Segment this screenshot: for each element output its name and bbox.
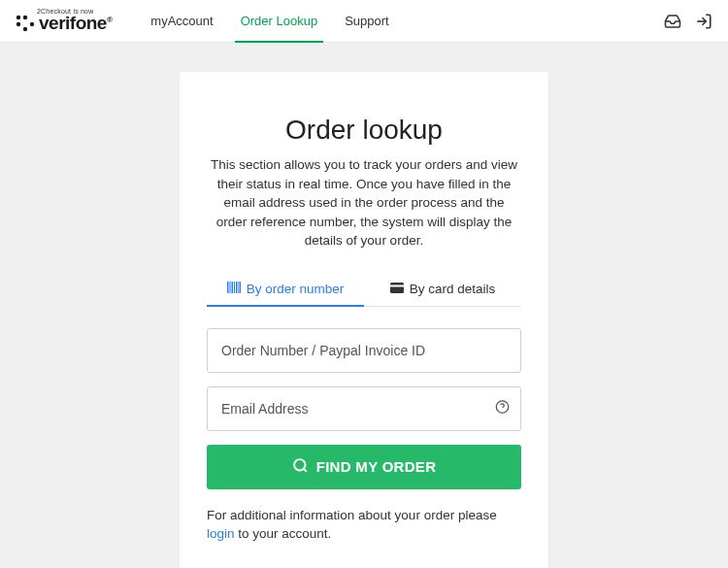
svg-rect-11 <box>238 282 239 293</box>
logo[interactable]: 2Checkout is now verifone® <box>16 8 112 34</box>
order-lookup-card: Order lookup This section allows you to … <box>180 72 548 568</box>
header: 2Checkout is now verifone® myAccount Ord… <box>0 0 728 43</box>
verifone-dots-icon <box>16 15 35 32</box>
button-label: FIND MY ORDER <box>316 458 437 475</box>
login-icon[interactable] <box>695 13 712 30</box>
tab-label: By card details <box>410 282 496 296</box>
inbox-icon[interactable] <box>664 13 681 30</box>
find-order-button[interactable]: FIND MY ORDER <box>207 445 521 489</box>
barcode-icon <box>227 282 241 296</box>
login-link[interactable]: login <box>207 526 235 541</box>
tab-by-card-details[interactable]: By card details <box>364 272 521 306</box>
svg-rect-13 <box>390 283 404 293</box>
logo-text: verifone® <box>39 13 112 34</box>
svg-point-3 <box>30 22 34 26</box>
search-icon <box>292 457 309 477</box>
svg-rect-10 <box>236 282 238 293</box>
nav-support[interactable]: Support <box>331 0 403 42</box>
svg-point-0 <box>17 16 20 19</box>
svg-point-2 <box>17 22 20 26</box>
email-field-wrap <box>207 386 521 431</box>
nav-order-lookup[interactable]: Order Lookup <box>227 0 332 42</box>
page-subtitle: This section allows you to track your or… <box>207 155 521 251</box>
svg-rect-12 <box>240 282 241 293</box>
tab-by-order-number[interactable]: By order number <box>207 272 364 306</box>
header-icons <box>664 13 712 30</box>
tab-label: By order number <box>247 282 345 296</box>
email-input[interactable] <box>207 386 521 431</box>
main: Order lookup This section allows you to … <box>0 43 728 568</box>
svg-point-4 <box>23 27 27 31</box>
svg-rect-7 <box>229 282 230 293</box>
footer-text: For additional information about your or… <box>207 507 521 544</box>
svg-point-1 <box>23 16 27 19</box>
svg-rect-9 <box>234 282 235 293</box>
svg-rect-6 <box>227 282 229 293</box>
svg-rect-8 <box>231 282 233 293</box>
nav-my-account[interactable]: myAccount <box>137 0 226 42</box>
svg-point-17 <box>294 459 305 470</box>
order-number-field-wrap <box>207 328 521 373</box>
nav: myAccount Order Lookup Support <box>137 0 402 42</box>
card-icon <box>390 282 404 296</box>
help-icon[interactable] <box>495 399 510 418</box>
order-number-input[interactable] <box>207 328 521 373</box>
lookup-tabs: By order number By card details <box>207 272 521 307</box>
page-title: Order lookup <box>207 115 521 146</box>
svg-line-18 <box>303 469 306 472</box>
svg-rect-14 <box>390 284 404 286</box>
